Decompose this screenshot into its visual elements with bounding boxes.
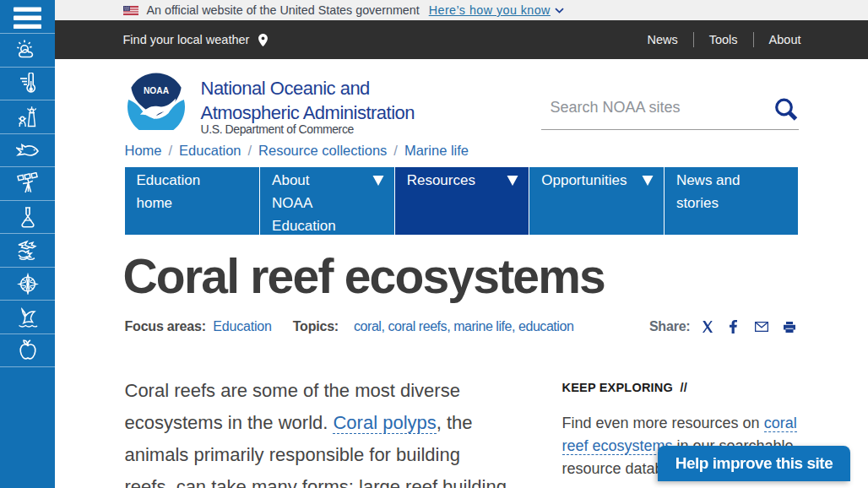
svg-text:NOAA: NOAA [144,86,170,95]
